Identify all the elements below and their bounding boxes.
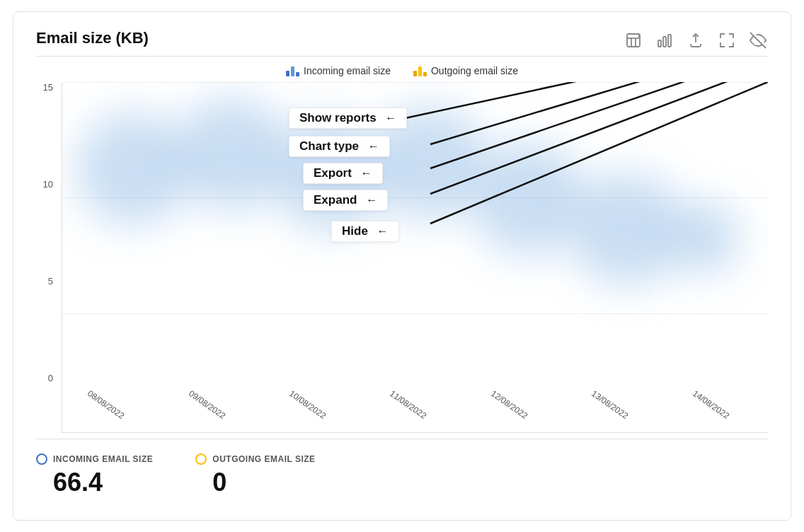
y-axis: 15 10 5 0 <box>36 82 62 433</box>
header-divider <box>36 56 768 57</box>
expand-icon[interactable] <box>717 30 737 50</box>
outgoing-legend-label: Outgoing email size <box>431 65 518 76</box>
svg-rect-1 <box>658 40 661 47</box>
svg-rect-3 <box>668 35 671 47</box>
summary-section: INCOMING EMAIL SIZE 66.4 OUTGOING EMAIL … <box>36 439 768 497</box>
y-label-0: 0 <box>48 373 53 383</box>
x-label-0: 08/08/2022 <box>86 388 126 421</box>
legend-outgoing: Outgoing email size <box>413 65 518 76</box>
x-label-3: 11/08/2022 <box>388 388 428 421</box>
x-label-2: 10/08/2022 <box>287 388 328 421</box>
outgoing-legend-icon <box>413 65 427 76</box>
toolbar <box>624 30 768 50</box>
show-reports-icon[interactable] <box>624 30 643 50</box>
blob-4 <box>373 106 486 219</box>
blob-5 <box>471 142 585 255</box>
chart-area: 15 10 5 0 <box>36 82 768 433</box>
incoming-legend-label: Incoming email size <box>304 65 391 76</box>
outgoing-label-row: OUTGOING EMAIL SIZE <box>195 453 315 465</box>
y-label-5: 5 <box>48 276 53 287</box>
outgoing-circle-icon <box>195 453 207 465</box>
svg-rect-2 <box>663 37 666 47</box>
card-header: Email size (KB) <box>36 29 768 50</box>
y-label-10: 10 <box>43 179 53 190</box>
incoming-legend-icon <box>286 65 299 76</box>
outgoing-summary: OUTGOING EMAIL SIZE 0 <box>195 453 315 497</box>
x-label-5: 13/08/2022 <box>590 388 630 421</box>
chart-inner: Show reports ← Chart type ← Export ← Exp… <box>62 82 768 433</box>
incoming-circle-icon <box>36 453 47 465</box>
hide-icon[interactable] <box>748 30 768 50</box>
x-label-1: 09/08/2022 <box>187 388 227 421</box>
svg-rect-0 <box>627 34 640 47</box>
incoming-summary-value: 66.4 <box>53 468 153 497</box>
incoming-label-row: INCOMING EMAIL SIZE <box>36 453 153 465</box>
outgoing-summary-label: OUTGOING EMAIL SIZE <box>212 454 315 464</box>
incoming-summary-label: INCOMING EMAIL SIZE <box>53 454 153 464</box>
outgoing-summary-value: 0 <box>212 468 315 497</box>
y-label-15: 15 <box>43 82 53 93</box>
card-title: Email size (KB) <box>36 29 149 47</box>
x-label-4: 12/08/2022 <box>489 388 529 421</box>
blob-6 <box>570 173 684 286</box>
legend-incoming: Incoming email size <box>286 65 391 76</box>
export-icon[interactable] <box>686 30 706 50</box>
blob-container <box>62 82 768 383</box>
legend: Incoming email size Outgoing email size <box>36 65 768 76</box>
email-size-card: Email size (KB) <box>13 11 791 521</box>
x-axis: 08/08/2022 09/08/2022 10/08/2022 11/08/2… <box>62 383 768 432</box>
x-label-6: 14/08/2022 <box>691 388 731 421</box>
incoming-summary: INCOMING EMAIL SIZE 66.4 <box>36 453 153 497</box>
blob-3 <box>274 118 387 231</box>
chart-type-icon[interactable] <box>655 30 674 50</box>
blob-1 <box>76 112 190 226</box>
blob-7 <box>669 202 740 273</box>
blob-2 <box>176 97 289 210</box>
